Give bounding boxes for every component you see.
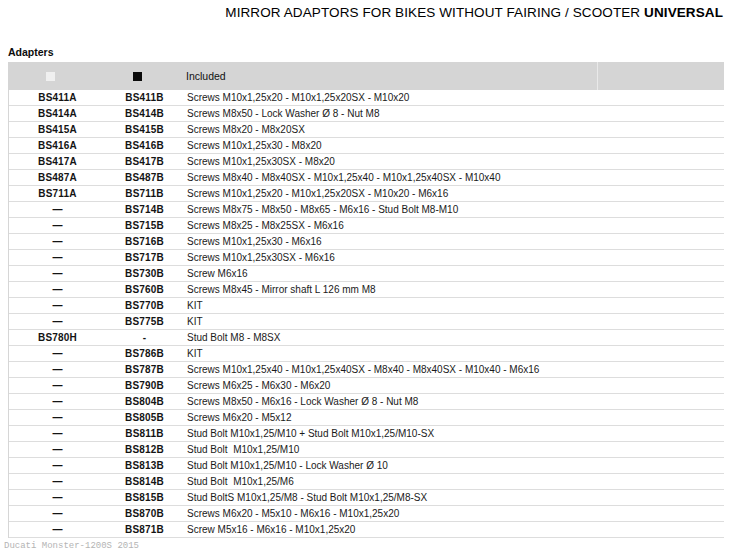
watermark-text: Ducati Monster-1200S 2015 bbox=[4, 541, 139, 551]
page-title: MIRROR ADAPTORS FOR BIKES WITHOUT FAIRIN… bbox=[225, 5, 723, 20]
part-number-b: BS416B bbox=[106, 140, 183, 151]
part-number-b: BS805B bbox=[106, 412, 183, 423]
part-number-a: BS487A bbox=[9, 172, 106, 183]
table-row: BS416A BS416B Screws M10x1,25x30 - M8x20 bbox=[9, 138, 724, 154]
page-title-main: MIRROR ADAPTORS FOR BIKES WITHOUT FAIRIN… bbox=[225, 5, 640, 20]
included-parts: Stud Bolt M8 - M8SX bbox=[183, 332, 724, 343]
included-parts: Screws M10x1,25x40 - M10x1,25x40SX - M8x… bbox=[183, 364, 724, 375]
part-number-b: BS716B bbox=[106, 236, 183, 247]
part-number-a: — bbox=[9, 396, 106, 407]
included-parts: Screws M8x45 - Mirror shaft L 126 mm M8 bbox=[183, 284, 724, 295]
table-row: — BS786B KIT bbox=[9, 346, 724, 362]
included-parts: Screws M8x20 - M8x20SX bbox=[183, 124, 724, 135]
part-number-a: BS417A bbox=[9, 156, 106, 167]
part-number-b: BS811B bbox=[106, 428, 183, 439]
part-number-b: BS417B bbox=[106, 156, 183, 167]
included-parts: Stud Bolt M10x1,25/M10 + Stud Bolt M10x1… bbox=[183, 428, 724, 439]
part-number-b: BS717B bbox=[106, 252, 183, 263]
table-header-row: Included bbox=[8, 62, 724, 90]
column-b-header bbox=[105, 72, 182, 81]
included-parts: Screws M8x25 - M8x25SX - M6x16 bbox=[183, 220, 724, 231]
table-body: BS411A BS411B Screws M10x1,25x20 - M10x1… bbox=[8, 90, 724, 538]
part-number-a: — bbox=[9, 268, 106, 279]
table-row: — BS787B Screws M10x1,25x40 - M10x1,25x4… bbox=[9, 362, 724, 378]
included-column-header: Included bbox=[182, 70, 724, 82]
included-parts: Stud Bolt M10x1,25/M10 bbox=[183, 444, 724, 455]
part-number-a: BS780H bbox=[9, 332, 106, 343]
included-parts: Screws M6x20 - M5x12 bbox=[183, 412, 724, 423]
part-number-a: — bbox=[9, 300, 106, 311]
included-parts: KIT bbox=[183, 348, 724, 359]
part-number-b: BS730B bbox=[106, 268, 183, 279]
table-row: — BS715B Screws M8x25 - M8x25SX - M6x16 bbox=[9, 218, 724, 234]
part-number-a: — bbox=[9, 444, 106, 455]
table-row: — BS775B KIT bbox=[9, 314, 724, 330]
part-number-b: BS812B bbox=[106, 444, 183, 455]
included-parts: Screws M8x40 - M8x40SX - M10x1,25x40 - M… bbox=[183, 172, 724, 183]
table-row: BS780H - Stud Bolt M8 - M8SX bbox=[9, 330, 724, 346]
black-square-icon bbox=[133, 72, 142, 81]
part-number-a: — bbox=[9, 476, 106, 487]
table-row: — BS716B Screws M10x1,25x30 - M6x16 bbox=[9, 234, 724, 250]
part-number-b: BS760B bbox=[106, 284, 183, 295]
table-row: — BS790B Screws M6x25 - M6x30 - M6x20 bbox=[9, 378, 724, 394]
table-row: — BS814B Stud Bolt M10x1,25/M6 bbox=[9, 474, 724, 490]
table-row: — BS804B Screws M8x50 - M6x16 - Lock Was… bbox=[9, 394, 724, 410]
column-a-header bbox=[8, 72, 105, 81]
part-number-b: BS775B bbox=[106, 316, 183, 327]
part-number-a: — bbox=[9, 284, 106, 295]
table-row: — BS871B Screw M5x16 - M6x16 - M10x1,25x… bbox=[9, 522, 724, 538]
header-divider bbox=[597, 62, 598, 90]
included-parts: Screws M10x1,25x30 - M6x16 bbox=[183, 236, 724, 247]
included-parts: Screw M5x16 - M6x16 - M10x1,25x20 bbox=[183, 524, 724, 535]
part-number-b: BS787B bbox=[106, 364, 183, 375]
part-number-a: BS415A bbox=[9, 124, 106, 135]
included-parts: Screws M6x20 - M5x10 - M6x16 - M10x1,25x… bbox=[183, 508, 724, 519]
part-number-a: BS411A bbox=[9, 92, 106, 103]
included-parts: Screws M8x50 - M6x16 - Lock Washer Ø 8 -… bbox=[183, 396, 724, 407]
table-row: — BS730B Screw M6x16 bbox=[9, 266, 724, 282]
white-square-icon bbox=[46, 72, 55, 81]
table-row: — BS714B Screws M8x75 - M8x50 - M8x65 - … bbox=[9, 202, 724, 218]
included-parts: Screw M6x16 bbox=[183, 268, 724, 279]
part-number-a: — bbox=[9, 380, 106, 391]
part-number-b: BS714B bbox=[106, 204, 183, 215]
part-number-a: — bbox=[9, 252, 106, 263]
part-number-b: BS870B bbox=[106, 508, 183, 519]
part-number-b: BS815B bbox=[106, 492, 183, 503]
part-number-a: BS416A bbox=[9, 140, 106, 151]
table-row: BS411A BS411B Screws M10x1,25x20 - M10x1… bbox=[9, 90, 724, 106]
table-row: — BS770B KIT bbox=[9, 298, 724, 314]
part-number-b: BS871B bbox=[106, 524, 183, 535]
part-number-a: — bbox=[9, 428, 106, 439]
part-number-a: — bbox=[9, 204, 106, 215]
table-row: BS711A BS711B Screws M10x1,25x20 - M10x1… bbox=[9, 186, 724, 202]
part-number-b: BS715B bbox=[106, 220, 183, 231]
table-row: — BS870B Screws M6x20 - M5x10 - M6x16 - … bbox=[9, 506, 724, 522]
included-parts: Stud Bolt M10x1,25/M6 bbox=[183, 476, 724, 487]
included-parts: Screws M10x1,25x30 - M8x20 bbox=[183, 140, 724, 151]
part-number-a: — bbox=[9, 524, 106, 535]
table-row: BS417A BS417B Screws M10x1,25x30SX - M8x… bbox=[9, 154, 724, 170]
included-parts: Screws M6x25 - M6x30 - M6x20 bbox=[183, 380, 724, 391]
included-parts: Stud BoltS M10x1,25/M8 - Stud Bolt M10x1… bbox=[183, 492, 724, 503]
part-number-a: BS414A bbox=[9, 108, 106, 119]
part-number-a: — bbox=[9, 492, 106, 503]
included-parts: Screws M10x1,25x30SX - M8x20 bbox=[183, 156, 724, 167]
included-parts: Screws M8x75 - M8x50 - M8x65 - M6x16 - S… bbox=[183, 204, 724, 215]
part-number-b: BS711B bbox=[106, 188, 183, 199]
table-row: — BS805B Screws M6x20 - M5x12 bbox=[9, 410, 724, 426]
part-number-a: — bbox=[9, 316, 106, 327]
part-number-a: — bbox=[9, 364, 106, 375]
adapters-table: Included BS411A BS411B Screws M10x1,25x2… bbox=[8, 62, 724, 538]
table-row: — BS811B Stud Bolt M10x1,25/M10 + Stud B… bbox=[9, 426, 724, 442]
page-title-emphasis: UNIVERSAL bbox=[644, 5, 723, 20]
table-row: — BS717B Screws M10x1,25x30SX - M6x16 bbox=[9, 250, 724, 266]
part-number-b: BS786B bbox=[106, 348, 183, 359]
part-number-a: — bbox=[9, 412, 106, 423]
part-number-a: BS711A bbox=[9, 188, 106, 199]
table-row: — BS815B Stud BoltS M10x1,25/M8 - Stud B… bbox=[9, 490, 724, 506]
table-row: BS415A BS415B Screws M8x20 - M8x20SX bbox=[9, 122, 724, 138]
part-number-a: — bbox=[9, 236, 106, 247]
table-row: — BS813B Stud Bolt M10x1,25/M10 - Lock W… bbox=[9, 458, 724, 474]
